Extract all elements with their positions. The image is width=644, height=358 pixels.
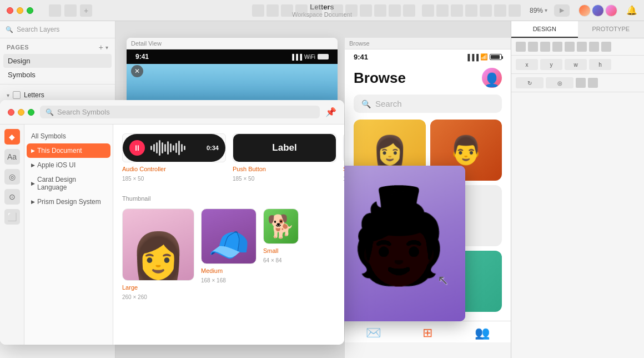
push-btn-preview[interactable]: Label bbox=[233, 133, 336, 162]
notifications-icon[interactable]: 🔔 bbox=[626, 5, 637, 16]
layer-item-letters[interactable]: ▾ Letters bbox=[0, 89, 115, 101]
sym-cat-prism[interactable]: ▶ Prism Design System bbox=[24, 195, 113, 209]
sym-sidebar: All Symbols ▶ This Document ▶ Apple iOS … bbox=[24, 125, 113, 345]
wf-bar-10 bbox=[175, 143, 177, 153]
sym-cat-carat[interactable]: ▶ Carat Design Language bbox=[24, 172, 113, 195]
toolbar-icon-3[interactable] bbox=[252, 4, 264, 17]
audio-play-button[interactable]: ⏸ bbox=[129, 140, 145, 156]
toolbar-icon-14[interactable] bbox=[422, 4, 434, 17]
browse-title: Browse bbox=[354, 69, 406, 87]
nav-mail-icon[interactable]: ✉️ bbox=[366, 326, 381, 340]
fullscreen-button[interactable] bbox=[27, 7, 33, 14]
sym-tool-style[interactable]: ◎ bbox=[4, 169, 20, 185]
toolbar-icon-7[interactable] bbox=[310, 4, 322, 17]
w-input[interactable]: w bbox=[565, 59, 587, 70]
browse-status-bar: 9:41 ▐▐▐ 📶 bbox=[345, 49, 511, 63]
wf-bar-12 bbox=[181, 144, 183, 152]
close-overlay-button[interactable]: ✕ bbox=[131, 65, 143, 77]
toolbar-icon-add[interactable]: + bbox=[80, 4, 92, 17]
play-button[interactable]: ▶ bbox=[554, 4, 570, 17]
align-icon-7[interactable] bbox=[589, 42, 599, 52]
arrow-icon: ▶ bbox=[31, 181, 35, 186]
toolbar-icon-6[interactable] bbox=[295, 4, 308, 17]
audio-ctrl-preview[interactable]: ⏸ bbox=[122, 133, 226, 162]
sym-item-searchfield: 🔍 Search Search Field 185 × 50 bbox=[343, 133, 344, 182]
cursor-icon: ↖ bbox=[437, 272, 449, 288]
toolbar-icon-13[interactable] bbox=[403, 4, 415, 17]
toolbar-icon-4[interactable] bbox=[266, 4, 279, 17]
toolbar-icon-17[interactable] bbox=[465, 4, 477, 17]
toolbar-icon-2[interactable] bbox=[64, 4, 77, 17]
symbol-search-input[interactable]: Search Symbols bbox=[57, 108, 110, 116]
rotation-input[interactable]: ↻ bbox=[516, 77, 544, 88]
toolbar-icon-12[interactable] bbox=[389, 4, 401, 17]
detail-time: 9:41 bbox=[135, 53, 149, 61]
x-input[interactable]: x bbox=[516, 59, 538, 70]
flip-v-icon[interactable] bbox=[588, 78, 598, 88]
toolbar-icon-19[interactable] bbox=[494, 4, 506, 17]
tab-prototype[interactable]: PROTOTYPE bbox=[578, 21, 645, 38]
align-icon-4[interactable] bbox=[552, 42, 562, 52]
sym-tool-diamond[interactable]: ◆ bbox=[4, 129, 20, 145]
nav-grid-icon[interactable]: ⊞ bbox=[422, 326, 432, 340]
minimize-button[interactable] bbox=[17, 7, 23, 14]
sym-minimize-button[interactable] bbox=[18, 109, 24, 116]
audio-waveform bbox=[150, 140, 201, 156]
align-icon-1[interactable] bbox=[516, 42, 526, 52]
toolbar-icon-18[interactable] bbox=[480, 4, 492, 17]
arrow-icon: ▶ bbox=[31, 148, 35, 153]
align-icon-6[interactable] bbox=[577, 42, 587, 52]
tab-design[interactable]: DESIGN bbox=[511, 21, 578, 38]
thumb-small-preview[interactable]: 🐕 bbox=[263, 208, 299, 244]
sym-cat-this-doc[interactable]: ▶ This Document bbox=[27, 143, 110, 158]
sym-fullscreen-button[interactable] bbox=[28, 109, 34, 116]
page-item-symbols[interactable]: Symbols bbox=[0, 68, 115, 82]
search-field-preview[interactable]: 🔍 Search bbox=[343, 133, 344, 162]
page-item-design[interactable]: Design bbox=[3, 54, 112, 68]
sym-item-audio: ⏸ bbox=[122, 133, 226, 182]
search-layers-input[interactable]: Search Layers bbox=[17, 26, 109, 33]
close-button[interactable] bbox=[7, 7, 13, 14]
y-input[interactable]: y bbox=[540, 59, 562, 70]
align-icon-8[interactable] bbox=[601, 42, 611, 52]
toolbar-icon-10[interactable] bbox=[360, 4, 372, 17]
audio-controller: ⏸ bbox=[123, 134, 225, 162]
toolbar-icon-8[interactable] bbox=[331, 4, 343, 17]
toolbar-icon-1[interactable] bbox=[49, 4, 61, 17]
h-input[interactable]: h bbox=[589, 59, 611, 70]
wf-bar-4 bbox=[159, 140, 160, 156]
sym-tool-text[interactable]: Aa bbox=[4, 149, 20, 165]
radius-input[interactable]: ◎ bbox=[546, 77, 573, 88]
sym-cat-all[interactable]: All Symbols bbox=[24, 129, 113, 143]
user-avatar-1 bbox=[578, 4, 591, 17]
browse-search-bar[interactable]: 🔍 Search bbox=[354, 95, 502, 113]
sym-close-button[interactable] bbox=[8, 109, 14, 116]
pin-icon[interactable]: 📌 bbox=[325, 107, 336, 117]
sym-tool-canvas[interactable]: ⬜ bbox=[4, 209, 20, 225]
align-icon-3[interactable] bbox=[540, 42, 550, 52]
flip-h-icon[interactable] bbox=[576, 78, 586, 88]
zoom-value: 89% bbox=[530, 7, 543, 14]
toolbar-icon-5[interactable] bbox=[281, 4, 293, 17]
sym-tool-symbol[interactable]: ⊙ bbox=[4, 189, 20, 205]
symbol-search-bar[interactable]: 🔍 Search Symbols bbox=[40, 106, 320, 118]
zoom-control[interactable]: 89% ▾ bbox=[530, 7, 547, 14]
add-page-button[interactable]: + ▾ bbox=[99, 43, 108, 52]
align-icon-5[interactable] bbox=[565, 42, 575, 52]
toolbar-icon-15[interactable] bbox=[436, 4, 449, 17]
toolbar-icon-9[interactable] bbox=[345, 4, 358, 17]
toolbar-icon-16[interactable] bbox=[451, 4, 463, 17]
wf-bar-11 bbox=[178, 141, 180, 155]
toolbar-icon-11[interactable] bbox=[374, 4, 386, 17]
battery-indicator bbox=[490, 54, 502, 60]
toolbar-icon-20[interactable] bbox=[509, 4, 521, 17]
search-field-size: 185 × 50 bbox=[343, 176, 344, 182]
nav-people-icon[interactable]: 👥 bbox=[475, 326, 490, 340]
thumb-medium-preview[interactable]: 🧢 bbox=[201, 208, 256, 264]
wf-bar-6 bbox=[164, 144, 166, 152]
sym-cat-apple[interactable]: ▶ Apple iOS UI bbox=[24, 158, 113, 172]
thumb-large-preview[interactable]: 👩 bbox=[122, 208, 194, 281]
detail-view-label: Detail View bbox=[127, 38, 338, 49]
push-btn-size: 185 × 50 bbox=[233, 176, 336, 182]
align-icon-2[interactable] bbox=[528, 42, 538, 52]
